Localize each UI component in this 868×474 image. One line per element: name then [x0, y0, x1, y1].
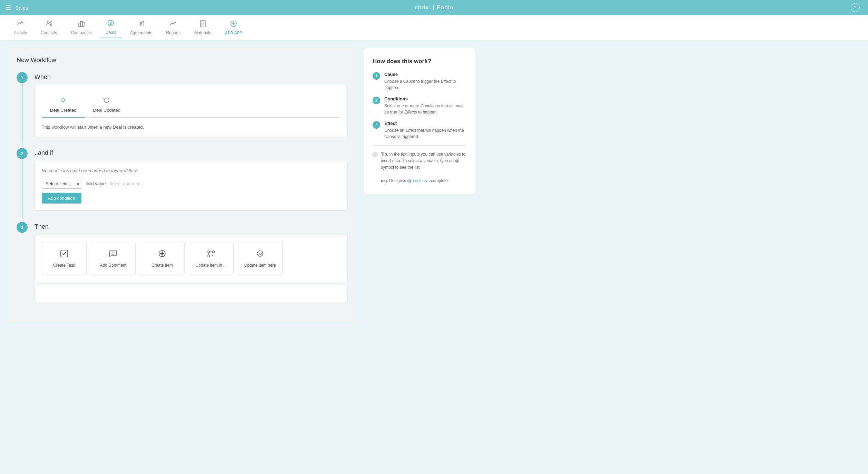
- tip-diamond-icon: [372, 151, 378, 158]
- svg-rect-3: [80, 21, 82, 27]
- svg-point-14: [208, 255, 210, 257]
- operator-placeholder: Select operator...: [109, 181, 143, 186]
- help-cause-title: Cause: [384, 72, 466, 77]
- hamburger-icon[interactable]: ☰: [6, 4, 11, 11]
- create-item-icon: [158, 249, 167, 260]
- svg-point-0: [47, 21, 49, 24]
- help-num-3: 3: [373, 121, 380, 129]
- action-update-item-in[interactable]: Update item in ...: [189, 242, 234, 275]
- step-3-circle: 3: [17, 222, 28, 233]
- deal-created-icon: [59, 96, 67, 106]
- create-task-icon: [60, 249, 69, 260]
- activity-icon: [17, 20, 24, 29]
- help-effect-title: Effect: [384, 121, 466, 126]
- reports-icon: [169, 20, 177, 29]
- step-3-content: Then Create Task: [34, 222, 348, 310]
- help-item-effect: 3 Effect Choose an Effect that will happ…: [373, 121, 466, 140]
- help-icon[interactable]: ?: [851, 3, 860, 12]
- cause-description: This workflow will start when a new Deal…: [42, 123, 341, 130]
- workflow-panel: New Workflow 1 When Deal Crea: [8, 48, 356, 322]
- then-box: Create Task Add Comment: [34, 235, 348, 282]
- step-1-line: [22, 83, 22, 145]
- conditions-box: No conditions have been added to this wo…: [34, 161, 348, 211]
- cause-deal-updated[interactable]: Deal Updated: [85, 92, 129, 118]
- step-1-circle: 1: [17, 72, 28, 83]
- svg-point-13: [213, 251, 215, 253]
- nav-item-agreements[interactable]: Agreements: [125, 17, 158, 38]
- help-divider: [373, 145, 466, 146]
- action-cards: Create Task Add Comment: [42, 242, 341, 275]
- step-3-label: Then: [34, 222, 348, 230]
- svg-point-12: [208, 251, 210, 253]
- step-1-content: When Deal Created D: [34, 72, 348, 145]
- main-layout: New Workflow 1 When Deal Crea: [0, 40, 483, 330]
- update-item-here-icon: [256, 249, 265, 260]
- action-create-task[interactable]: Create Task: [42, 242, 87, 275]
- logo: citrix. | Podio: [415, 4, 453, 11]
- help-conditions-title: Conditions: [384, 96, 466, 101]
- nav-item-contacts[interactable]: Contacts: [35, 17, 62, 38]
- nav-item-deals[interactable]: Deals: [100, 17, 122, 38]
- deals-icon: [107, 19, 115, 29]
- materials-icon: [199, 20, 207, 29]
- tip-example: e.g. Design is @progress complete.: [381, 178, 449, 183]
- step-2-line: [22, 159, 22, 219]
- add-condition-button[interactable]: Add condition: [42, 193, 81, 204]
- nav-item-reports[interactable]: Reports: [160, 17, 186, 38]
- top-bar: ☰ Sales citrix. | Podio ?: [0, 0, 868, 15]
- nav-item-activity[interactable]: Activity: [8, 17, 32, 38]
- field-value-label: field value: [86, 181, 106, 186]
- svg-point-8: [62, 99, 65, 101]
- add-comment-icon: [109, 249, 118, 260]
- svg-point-1: [50, 22, 52, 23]
- help-panel: How does this work? 1 Cause Choose a Cau…: [364, 48, 475, 194]
- help-item-cause: 1 Cause Choose a Cause to trigger the Ef…: [373, 72, 466, 91]
- update-item-in-icon: [207, 249, 216, 260]
- svg-rect-6: [200, 21, 205, 27]
- step-when: 1 When Deal Created: [17, 72, 348, 145]
- cause-options: Deal Created Deal Updated: [42, 92, 341, 118]
- nav-item-add-app[interactable]: ADD APP: [219, 17, 247, 38]
- help-num-2: 2: [373, 97, 380, 104]
- action-add-comment[interactable]: Add Comment: [91, 242, 136, 275]
- deal-updated-icon: [103, 96, 110, 106]
- help-item-conditions: 2 Conditions Select one or more Conditio…: [373, 96, 466, 115]
- nav-item-materials[interactable]: Materials: [189, 17, 217, 38]
- no-conditions-text: No conditions have been added to this wo…: [42, 168, 341, 173]
- action-create-item[interactable]: Create item: [140, 242, 185, 275]
- help-tip: Tip. In the text inputs you can use vari…: [373, 151, 466, 184]
- condition-row: Select field... field value Select opera…: [42, 179, 341, 189]
- step-2-content: ..and if No conditions have been added t…: [34, 148, 348, 219]
- app-title: Sales: [15, 5, 28, 11]
- step-2-left: 2: [17, 148, 28, 219]
- cause-deal-created[interactable]: Deal Created: [42, 92, 85, 118]
- step-2-circle: 2: [17, 148, 28, 159]
- svg-rect-4: [82, 22, 84, 27]
- help-num-1: 1: [373, 72, 380, 80]
- step-1-left: 1: [17, 72, 28, 145]
- help-title: How does this work?: [373, 58, 466, 65]
- field-select[interactable]: Select field...: [42, 179, 82, 189]
- step-then: 3 Then Create Task: [17, 222, 348, 310]
- companies-icon: [78, 20, 85, 29]
- cause-box: Deal Created Deal Updated This workflow …: [34, 85, 348, 137]
- contacts-icon: [45, 20, 53, 29]
- tip-content: Tip. In the text inputs you can use vari…: [381, 151, 466, 184]
- action-update-item-here[interactable]: Update item here: [238, 242, 283, 275]
- field-select-wrapper: Select field...: [42, 179, 82, 189]
- add-app-icon: [230, 20, 237, 29]
- help-cause-desc: Choose a Cause to trigger the Effect to …: [384, 78, 466, 91]
- step-2-label: ..and if: [34, 148, 348, 157]
- workflow-title: New Workflow: [17, 57, 348, 64]
- help-conditions-desc: Select one or more Conditions that all m…: [384, 103, 466, 115]
- nav-bar: Activity Contacts Companies Deals Agreem…: [0, 15, 868, 40]
- step-and-if: 2 ..and if No conditions have been added…: [17, 148, 348, 219]
- nav-item-companies[interactable]: Companies: [65, 17, 97, 38]
- agreements-icon: [137, 20, 145, 29]
- then-bottom-empty-box: [34, 285, 348, 302]
- help-effect-desc: Choose an Effect that will happen when t…: [384, 127, 466, 140]
- step-3-left: 3: [17, 222, 28, 310]
- step-1-label: When: [34, 72, 348, 81]
